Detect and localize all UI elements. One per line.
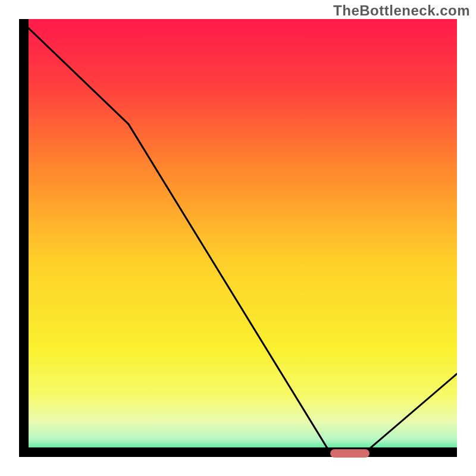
svg-rect-0 <box>19 19 457 457</box>
gradient-background <box>19 19 457 457</box>
chart-area <box>19 19 457 457</box>
optimal-range-marker <box>330 449 369 458</box>
watermark-label: TheBottleneck.com <box>333 2 470 19</box>
chart-container: TheBottleneck.com <box>0 0 476 476</box>
